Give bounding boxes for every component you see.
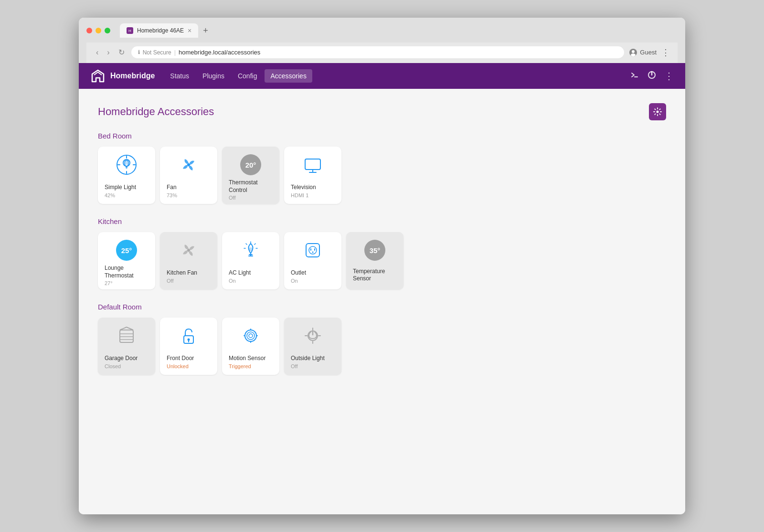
profile-icon — [629, 48, 637, 57]
svg-point-34 — [312, 252, 314, 253]
separator: | — [174, 49, 176, 56]
acc-garage-door[interactable]: Garage Door Closed — [98, 318, 155, 375]
temperature-sensor-icon: 35° — [353, 240, 397, 261]
main-content: Homebridge Accessories Bed Room — [79, 89, 685, 514]
back-button[interactable]: ‹ — [94, 47, 100, 58]
acc-simple-light[interactable]: Simple Light 42% — [98, 147, 155, 204]
kitchen-fan-name: Kitchen Fan — [167, 269, 197, 277]
nav-status[interactable]: Status — [164, 69, 195, 83]
svg-line-26 — [246, 244, 247, 245]
room-bedroom-title: Bed Room — [98, 132, 666, 140]
fan-name: Fan — [167, 184, 177, 192]
outside-light-status: Off — [291, 363, 297, 369]
svg-rect-30 — [306, 244, 319, 257]
browser-tab[interactable]: H Homebridge 46AE × — [120, 23, 198, 38]
tab-close-button[interactable]: × — [188, 27, 191, 34]
power-icon-btn[interactable] — [647, 70, 657, 82]
logo-icon — [90, 68, 106, 84]
motion-sensor-name: Motion Sensor — [229, 355, 265, 362]
new-tab-button[interactable]: + — [199, 24, 212, 38]
acc-kitchen-fan[interactable]: Kitchen Fan Off — [160, 232, 217, 289]
acc-ac-light[interactable]: AC Light On — [222, 232, 279, 289]
svg-point-43 — [247, 332, 255, 340]
bedroom-grid: Simple Light 42% — [98, 147, 666, 204]
fullscreen-traffic-light[interactable] — [105, 28, 110, 33]
lounge-thermostat-icon: 25° — [105, 240, 149, 261]
refresh-button[interactable]: ↻ — [117, 47, 127, 58]
television-status: HDMI 1 — [291, 192, 308, 198]
nav-accessories[interactable]: Accessories — [265, 69, 312, 83]
app-logo-text: Homebridge — [110, 72, 155, 80]
acc-front-door[interactable]: Front Door Unlocked — [160, 318, 217, 375]
ac-light-name: AC Light — [229, 269, 251, 277]
lounge-thermostat-status: 27° — [105, 280, 113, 286]
svg-point-21 — [249, 247, 253, 251]
outlet-icon — [291, 240, 335, 261]
address-bar[interactable]: ℹ Not Secure | homebridge.local/accessor… — [131, 46, 625, 58]
room-bedroom: Bed Room — [98, 132, 666, 204]
outlet-status: On — [291, 278, 298, 284]
acc-outside-light[interactable]: Outside Light Off — [284, 318, 341, 375]
acc-lounge-thermostat[interactable]: 25° Lounge Thermostat 27° — [98, 232, 155, 289]
thermostat-control-icon: 20° — [229, 154, 273, 175]
fan-status: 73% — [167, 192, 177, 198]
ac-light-icon — [229, 240, 273, 261]
app-content: Homebridge Status Plugins Config Accesso… — [79, 63, 685, 514]
terminal-icon — [630, 70, 639, 80]
svg-point-6 — [657, 111, 659, 113]
thermo-circle-hot: 35° — [364, 240, 385, 261]
profile-button[interactable]: Guest — [629, 48, 657, 57]
outlet-name: Outlet — [291, 269, 306, 277]
front-door-status: Unlocked — [167, 363, 189, 369]
thermostat-control-status: Off — [229, 195, 235, 201]
simple-light-name: Simple Light — [105, 184, 136, 192]
tab-favicon: H — [127, 27, 133, 34]
svg-point-2 — [631, 53, 636, 56]
lounge-thermostat-name: Lounge Thermostat — [105, 265, 149, 279]
acc-television[interactable]: Television HDMI 1 — [284, 147, 341, 204]
outside-light-icon — [291, 325, 335, 346]
tab-title: Homebridge 46AE — [137, 27, 184, 34]
outside-light-name: Outside Light — [291, 355, 325, 362]
acc-outlet[interactable]: Outlet On — [284, 232, 341, 289]
default-grid: Garage Door Closed — [98, 318, 666, 375]
room-kitchen: Kitchen 25° Lounge Thermostat 27° — [98, 217, 666, 289]
thermo-circle-on: 25° — [116, 240, 137, 261]
traffic-lights — [86, 28, 110, 33]
browser-menu-icon[interactable]: ⋮ — [661, 47, 670, 58]
svg-point-1 — [632, 50, 635, 53]
power-icon — [647, 70, 657, 80]
minimize-traffic-light[interactable] — [96, 28, 101, 33]
close-traffic-light[interactable] — [86, 28, 92, 33]
front-door-name: Front Door — [167, 355, 194, 362]
television-name: Television — [291, 184, 316, 192]
simple-light-icon — [105, 154, 149, 175]
app-logo: Homebridge — [90, 68, 155, 84]
nav-config[interactable]: Config — [232, 69, 263, 83]
url-text: homebridge.local/accessories — [179, 49, 260, 56]
page-title: Homebridge Accessories — [98, 103, 666, 120]
svg-line-28 — [255, 244, 255, 245]
svg-rect-35 — [120, 330, 133, 342]
thermostat-control-name: Thermostat Control — [229, 179, 273, 194]
room-default: Default Room Ga — [98, 303, 666, 375]
simple-light-status: 42% — [105, 192, 115, 198]
nav-plugins[interactable]: Plugins — [197, 69, 230, 83]
svg-point-31 — [309, 246, 317, 254]
profile-label: Guest — [640, 49, 657, 56]
motion-sensor-icon — [229, 325, 273, 346]
browser-window: H Homebridge 46AE × + ‹ › ↻ ℹ Not Secure… — [79, 18, 685, 514]
thermo-circle-off: 20° — [240, 154, 261, 175]
acc-temperature-sensor[interactable]: 35° Temperature Sensor — [346, 232, 403, 289]
more-icon-btn[interactable]: ⋮ — [664, 70, 674, 82]
ac-light-status: On — [229, 278, 236, 284]
fan-icon — [167, 154, 211, 175]
address-bar-container: ‹ › ↻ ℹ Not Secure | homebridge.local/ac… — [86, 43, 678, 63]
app-nav: Homebridge Status Plugins Config Accesso… — [79, 63, 685, 89]
forward-button[interactable]: › — [105, 47, 111, 58]
acc-fan[interactable]: Fan 73% — [160, 147, 217, 204]
settings-button[interactable] — [649, 103, 666, 120]
terminal-icon-btn[interactable] — [630, 70, 639, 82]
acc-thermostat-control[interactable]: 20° Thermostat Control Off — [222, 147, 279, 204]
acc-motion-sensor[interactable]: Motion Sensor Triggered — [222, 318, 279, 375]
